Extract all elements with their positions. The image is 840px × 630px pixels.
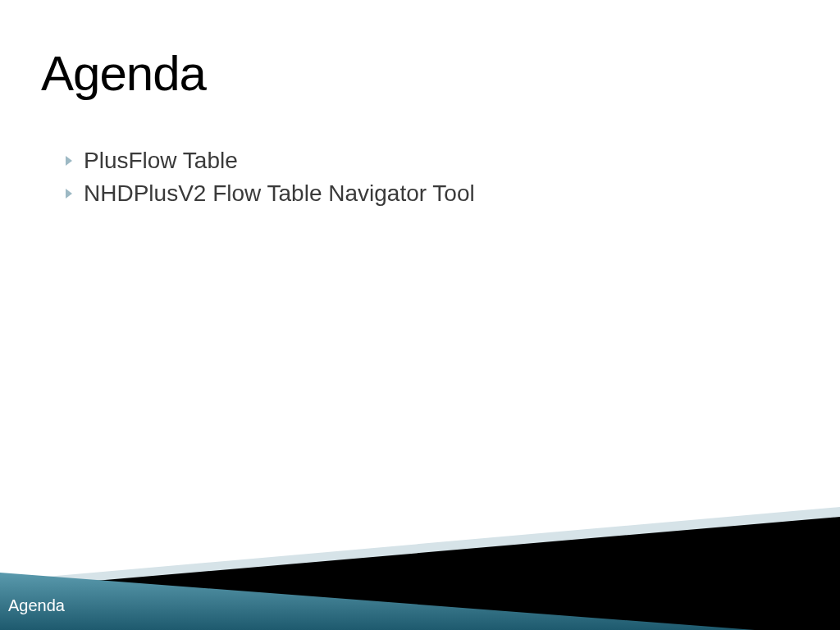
bullet-marker-icon xyxy=(66,156,72,166)
svg-marker-0 xyxy=(0,507,840,630)
svg-marker-2 xyxy=(0,573,755,630)
list-item: PlusFlow Table xyxy=(66,148,475,174)
bullet-marker-icon xyxy=(66,189,72,199)
footer-decoration xyxy=(0,499,840,630)
bullet-list: PlusFlow Table NHDPlusV2 Flow Table Navi… xyxy=(66,148,475,213)
svg-marker-1 xyxy=(0,517,840,630)
bullet-text: NHDPlusV2 Flow Table Navigator Tool xyxy=(84,180,475,207)
list-item: NHDPlusV2 Flow Table Navigator Tool xyxy=(66,180,475,207)
bullet-text: PlusFlow Table xyxy=(84,148,238,174)
slide-title: Agenda xyxy=(41,45,206,102)
footer-label: Agenda xyxy=(8,596,65,615)
page-number: 2 xyxy=(819,603,825,615)
